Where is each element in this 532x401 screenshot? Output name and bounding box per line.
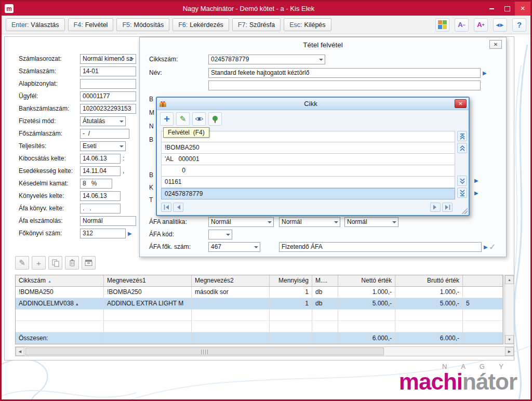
lookup-arrow-icon[interactable] — [128, 231, 132, 236]
teljesites-select[interactable]: Eseti — [80, 141, 126, 151]
app-logo-icon: m — [5, 4, 14, 13]
scroll-to-bottom-icon[interactable] — [457, 188, 467, 198]
column-header[interactable]: Bruttó érték — [395, 275, 463, 287]
cikkszam-combo[interactable]: 02457878779 — [208, 55, 325, 64]
list-item[interactable]: 01161 — [161, 177, 455, 188]
scroll-to-top-icon[interactable] — [457, 131, 467, 141]
minimize-icon[interactable] — [484, 2, 499, 16]
maximize-icon[interactable] — [499, 2, 515, 16]
add-item-icon[interactable]: + — [160, 112, 174, 126]
fokonyvi-szam-input[interactable]: 312 — [80, 229, 126, 238]
font-decrease-icon[interactable]: A− — [455, 18, 469, 32]
afa-fok-combo[interactable]: 467 — [208, 242, 260, 252]
add-button[interactable]: F4: Felvétel — [68, 18, 114, 31]
table-row[interactable] — [16, 321, 503, 332]
cell-extra — [463, 287, 503, 298]
afa-analitika-select-2[interactable]: Normál — [279, 217, 340, 227]
modify-button[interactable]: F5: Módosítás — [116, 18, 169, 31]
column-header[interactable] — [463, 275, 503, 287]
tree-view-icon[interactable] — [208, 112, 222, 126]
form-row: Teljesítés: Eseti — [6, 140, 147, 152]
afa-kod-select[interactable] — [208, 230, 232, 239]
ugyfel-input[interactable]: 00001177 — [80, 91, 136, 101]
scrollbar-thumb[interactable] — [25, 347, 384, 355]
table-row[interactable] — [16, 310, 503, 321]
archive-row-icon[interactable] — [82, 256, 96, 270]
column-header[interactable]: Megnevezés2 — [192, 275, 270, 287]
szamlaszam-input[interactable]: 14-01 — [80, 66, 136, 76]
swap-arrows-icon[interactable]: ◀▶ — [493, 18, 507, 32]
font-increase-icon[interactable]: A+ — [474, 18, 488, 32]
list-item[interactable]: 0 — [161, 165, 455, 177]
query-button[interactable]: F6: Lekérdezés — [172, 18, 229, 31]
column-header[interactable]: Nettó érték — [338, 275, 395, 287]
table-row-selected[interactable]: ADDINOLELMV038 ADDINOL EXTRA LIGHT M 1 d… — [16, 298, 503, 310]
scroll-down-icon[interactable] — [505, 335, 514, 344]
copy-row-icon[interactable] — [48, 256, 62, 270]
resize-grip-icon[interactable] — [461, 208, 468, 214]
last-record-icon[interactable] — [442, 203, 453, 212]
cikk-close-icon[interactable] — [455, 99, 467, 108]
page-down-icon[interactable] — [457, 176, 467, 186]
column-header[interactable]: Mennyiség — [270, 275, 312, 287]
field-value: - / — [83, 130, 90, 137]
kesedelmi-kamat-input[interactable]: 8 % — [80, 179, 112, 189]
bankszamlaszam-input[interactable]: 10200232293153 — [80, 104, 136, 114]
afa-analitika-select-3[interactable]: Normál — [344, 217, 398, 227]
alapbizonylat-input[interactable] — [80, 79, 136, 89]
choose-button[interactable]: Enter: Választás — [6, 18, 65, 31]
nev-input[interactable]: Standard fekete hajtogatott kéztörlő — [208, 68, 481, 78]
lookup-arrow-icon[interactable] — [474, 178, 478, 183]
list-item-selected[interactable]: 02457878779 — [161, 188, 455, 199]
exit-button[interactable]: Esc: Kilépés — [284, 18, 331, 31]
next-record-icon[interactable] — [430, 203, 441, 212]
lookup-arrow-icon[interactable] — [474, 190, 478, 196]
edit-item-icon[interactable]: ✎ — [176, 112, 190, 126]
afa-fok-name-field[interactable]: Fizetendő ÁFA — [279, 242, 482, 252]
afa-analitika-select-1[interactable]: Normál — [208, 217, 274, 227]
page-up-icon[interactable] — [457, 143, 467, 153]
column-header[interactable]: Megnevezés1 — [104, 275, 192, 287]
add-row-icon[interactable]: + — [32, 256, 46, 270]
esedekesseg-kelte-input[interactable]: 14.11.04 — [80, 166, 121, 176]
grid-vertical-scrollbar[interactable] — [504, 275, 514, 344]
table-row[interactable]: !BOMBA250 !BOMBA250 második sor 1 db 1.0… — [16, 287, 503, 298]
afa-konyv-kelte-input[interactable]: . . — [80, 204, 121, 213]
delete-row-icon[interactable] — [65, 256, 79, 270]
button-label: Lekérdezés — [190, 21, 223, 29]
filter-button[interactable]: F7: Szűrésfa — [232, 18, 281, 31]
close-icon[interactable] — [515, 2, 530, 16]
cikk-dialog-titlebar[interactable]: Cikk — [157, 98, 469, 110]
lookup-arrow-icon[interactable] — [484, 244, 488, 250]
grid-horizontal-scrollbar[interactable] — [15, 346, 514, 356]
scroll-up-icon[interactable] — [505, 275, 514, 284]
cell-extra — [463, 321, 503, 332]
afa-elszamolas-input[interactable]: Normál — [80, 216, 136, 226]
nev2-input[interactable] — [208, 81, 481, 90]
konyveles-kelte-input[interactable]: 14.06.13 — [80, 191, 121, 201]
list-item[interactable]: 'AL 000001 — [161, 154, 455, 165]
layout-palette-icon[interactable] — [435, 18, 449, 32]
view-item-icon[interactable] — [192, 112, 206, 126]
scroll-left-icon[interactable] — [16, 347, 24, 356]
fizetesi-mod-select[interactable]: Átutalás — [80, 116, 126, 126]
cell-egyseg: db — [312, 287, 338, 298]
cell-netto: 5.000,- — [338, 298, 395, 310]
first-record-icon[interactable] — [161, 203, 171, 212]
column-header[interactable]: M.... — [312, 275, 338, 287]
foszamlaszam-input[interactable]: - / — [80, 129, 129, 139]
column-header[interactable]: Cikkszám — [16, 275, 104, 287]
previous-record-icon[interactable] — [173, 203, 183, 212]
confirm-check-icon[interactable] — [489, 242, 496, 252]
list-item[interactable]: !BOMBA250 — [161, 142, 455, 154]
dialog-close-icon[interactable] — [489, 40, 502, 49]
kibocsatas-kelte-input[interactable]: 14.06.13 — [80, 154, 121, 164]
szamlasorozat-select[interactable]: Normál kimenő sz — [80, 54, 136, 64]
scroll-right-icon[interactable] — [505, 347, 514, 356]
help-icon[interactable]: ? — [512, 18, 526, 32]
grid-toolbar: ✎ + — [15, 256, 96, 270]
lookup-arrow-icon[interactable] — [483, 70, 487, 76]
total-brutto: 6.000,- — [395, 332, 463, 344]
button-label: Választás — [31, 21, 59, 29]
edit-row-icon[interactable]: ✎ — [15, 256, 29, 270]
